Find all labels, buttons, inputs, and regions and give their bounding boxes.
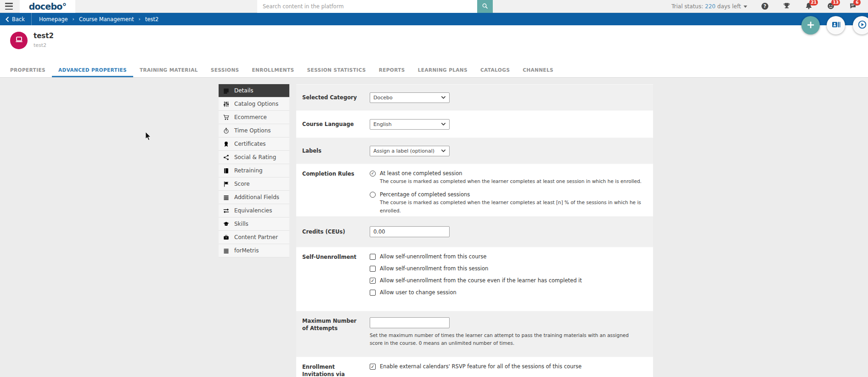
sidebar-item-equivalencies[interactable]: Equivalencies	[219, 204, 289, 217]
course-subtitle: test2	[34, 42, 46, 48]
checkbox-unchecked[interactable]	[370, 290, 376, 296]
cart-icon	[223, 114, 230, 121]
sidebar-item-details[interactable]: Details	[219, 84, 289, 97]
details-icon	[223, 87, 230, 94]
field-control: Assign a label (optional)	[370, 146, 653, 156]
sidebar-item-social-rating[interactable]: Social & Rating	[219, 151, 289, 164]
field-label: Labels	[296, 147, 370, 154]
field-label: Selected Category	[296, 94, 370, 101]
field-control: Allow self-unenrollment from this course…	[370, 253, 653, 311]
breadcrumb-item[interactable]: Course Management	[79, 16, 134, 23]
book-icon	[223, 167, 230, 174]
breadcrumb-item[interactable]: test2	[145, 16, 158, 23]
sidebar-item-additional-fields[interactable]: Additional Fields	[219, 191, 289, 204]
topbar-right-cluster: Trial status: 220 days left ?21136	[671, 0, 868, 13]
tab-reports[interactable]: REPORTS	[372, 63, 411, 77]
docebo-logo[interactable]: docebo°	[20, 0, 75, 13]
option-line: Allow self-unenrollment from this course	[370, 253, 653, 260]
checkbox-unchecked[interactable]	[370, 266, 376, 272]
tab-learning-plans[interactable]: LEARNING PLANS	[411, 63, 474, 77]
option-label: At least one completed session	[380, 170, 462, 177]
chevron-right-icon: ›	[73, 16, 74, 22]
option-line: ✓Allow self-unenrollment from the course…	[370, 277, 653, 284]
tab-advanced-properties[interactable]: ADVANCED PROPERTIES	[52, 63, 133, 77]
svg-text:?: ?	[764, 4, 767, 9]
trophy-icon[interactable]	[783, 2, 791, 11]
sliders-icon	[223, 101, 230, 108]
field-label: Maximum Number of Attempts	[296, 317, 370, 357]
notification-badge: 21	[809, 0, 818, 6]
sidebar-item-certificates[interactable]: Certificates	[219, 137, 289, 151]
option-label: Percentage of completed sessions	[380, 191, 470, 198]
top-bar: docebo° Trial status: 220 days left ?211…	[0, 0, 868, 13]
tab-sessions[interactable]: SESSIONS	[204, 63, 246, 77]
sidebar-item-skills[interactable]: Skills	[219, 217, 289, 231]
sidebar-item-time-options[interactable]: Time Options	[219, 124, 289, 137]
form-row: Selected CategoryDocebo	[296, 84, 653, 111]
back-button[interactable]: Back	[0, 13, 31, 25]
field-label: Course Language	[296, 120, 370, 128]
chevron-left-icon	[6, 17, 9, 22]
stopwatch-icon	[223, 127, 230, 134]
select-selected-category[interactable]: Docebo	[370, 92, 450, 103]
field-control: ✓Enable external calendars' RSVP feature…	[370, 363, 653, 377]
messages-icon[interactable]: 6	[849, 2, 857, 11]
input-maximum-number-of-attempts[interactable]	[370, 317, 450, 328]
trial-days-left: 220	[705, 3, 716, 10]
option-label: Allow self-unenrollment from the course …	[380, 277, 582, 284]
search-button[interactable]	[477, 0, 493, 13]
sidebar-item-label: Time Options	[234, 127, 271, 134]
tour-fab[interactable]	[853, 16, 868, 34]
select-course-language[interactable]: English	[370, 119, 450, 130]
field-label: Credits (CEUs)	[296, 228, 370, 235]
tab-session-statistics[interactable]: SESSION STATISTICS	[300, 63, 372, 77]
sidebar-item-formetris[interactable]: forMetris	[219, 244, 289, 257]
sidebar-item-content-partner[interactable]: Content Partner	[219, 231, 289, 244]
field-control	[370, 226, 653, 237]
chevron-down-icon	[441, 95, 446, 101]
sidebar-item-label: Certificates	[234, 141, 266, 147]
users-fab[interactable]	[827, 16, 845, 34]
option-line: ✓At least one completed session	[370, 170, 653, 177]
community-icon[interactable]: 13	[827, 2, 835, 11]
sidebar-item-catalog-options[interactable]: Catalog Options	[219, 97, 289, 111]
field-helper-text: Set the maximum number of times the lear…	[370, 331, 634, 348]
sidebar-item-ecommerce[interactable]: Ecommerce	[219, 111, 289, 124]
add-fab[interactable]	[801, 16, 820, 34]
global-search	[257, 0, 493, 13]
advanced-properties-form: Selected CategoryDoceboCourse LanguageEn…	[296, 84, 653, 377]
trial-status[interactable]: Trial status: 220 days left	[671, 3, 741, 10]
select-value: Assign a label (optional)	[373, 148, 434, 154]
radio-selected[interactable]: ✓	[370, 171, 376, 177]
sidebar-item-score[interactable]: Score	[219, 177, 289, 191]
breadcrumb-item[interactable]: Homepage	[39, 16, 68, 23]
select-labels[interactable]: Assign a label (optional)	[370, 146, 450, 156]
input-credits-ceus-[interactable]	[370, 226, 450, 237]
tab-training-material[interactable]: TRAINING MATERIAL	[133, 63, 204, 77]
tab-catalogs[interactable]: CATALOGS	[474, 63, 516, 77]
tab-enrollments[interactable]: ENROLLMENTS	[246, 63, 301, 77]
sidebar-item-retraining[interactable]: Retraining	[219, 164, 289, 177]
tab-properties[interactable]: PROPERTIES	[4, 63, 52, 77]
chevron-down-icon	[441, 148, 446, 154]
option-line: ✓Enable external calendars' RSVP feature…	[370, 363, 653, 370]
hamburger-menu-icon[interactable]	[5, 3, 13, 10]
checkbox-unchecked[interactable]	[370, 254, 376, 260]
content-area: DetailsCatalog OptionsEcommerceTime Opti…	[0, 78, 868, 377]
notification-badge: 13	[831, 0, 840, 6]
checkbox-checked[interactable]: ✓	[370, 364, 376, 370]
checkbox-checked[interactable]: ✓	[370, 278, 376, 284]
bell-icon[interactable]: 21	[805, 2, 813, 11]
select-value: English	[373, 121, 392, 127]
course-header: test2 test2 PROPERTIESADVANCED PROPERTIE…	[0, 25, 868, 78]
radio-unselected[interactable]	[370, 192, 376, 198]
search-icon	[482, 3, 488, 11]
tab-channels[interactable]: CHANNELS	[516, 63, 560, 77]
option-line: Allow user to change session	[370, 289, 653, 296]
briefcase-icon	[223, 234, 230, 241]
help-icon[interactable]: ?	[761, 2, 769, 11]
form-row: LabelsAssign a label (optional)	[296, 137, 653, 164]
sidebar-item-label: Retraining	[234, 167, 263, 174]
notification-badge: 6	[853, 0, 861, 6]
search-input[interactable]	[257, 0, 477, 13]
